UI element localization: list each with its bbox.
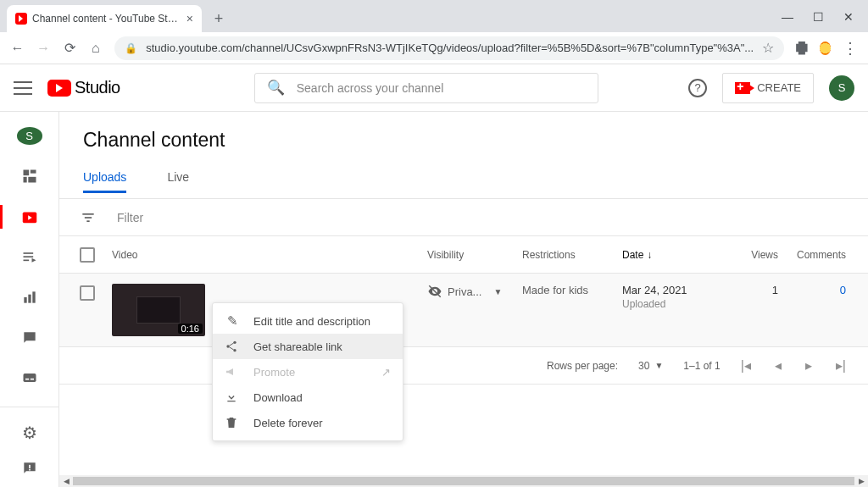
menu-share-link[interactable]: Get shareable link [213, 334, 403, 359]
rows-per-page-select[interactable]: 30 ▼ [638, 360, 663, 372]
sidebar-item-content[interactable] [0, 205, 59, 229]
gear-icon: ⚙ [22, 423, 37, 443]
last-page-icon[interactable]: ▸| [836, 357, 846, 374]
menu-download[interactable]: Download [213, 385, 403, 410]
row-views: 1 [717, 284, 778, 296]
svg-rect-0 [23, 170, 29, 176]
sidebar: S ⚙ [0, 112, 59, 487]
scroll-right-icon[interactable]: ▶ [854, 475, 868, 487]
account-avatar[interactable]: S [829, 75, 854, 101]
youtube-favicon [15, 13, 27, 25]
scroll-thumb[interactable] [73, 477, 854, 485]
sidebar-item-subtitles[interactable] [0, 366, 59, 390]
megaphone-icon [225, 365, 240, 379]
content-tabs: Uploads Live [59, 163, 868, 199]
sidebar-item-comments[interactable] [0, 326, 59, 350]
row-visibility[interactable]: Priva... ▼ [427, 284, 522, 299]
main: Channel content Uploads Live Filter Vide… [59, 112, 868, 487]
browser-tab-strip: Channel content - YouTube Studio × + — ☐… [0, 0, 868, 32]
new-tab-button[interactable]: + [207, 7, 231, 30]
feedback-icon [21, 460, 38, 477]
sidebar-item-playlists[interactable] [0, 246, 59, 269]
scroll-left-icon[interactable]: ◀ [59, 475, 73, 487]
header-views[interactable]: Views [717, 249, 778, 261]
help-icon[interactable]: ? [688, 79, 707, 97]
logo-text: Studio [75, 78, 120, 97]
browser-menu-icon[interactable]: ⋮ [843, 39, 858, 58]
row-checkbox[interactable] [80, 285, 95, 301]
maximize-icon[interactable]: ☐ [810, 10, 826, 24]
sidebar-item-dashboard[interactable] [0, 165, 59, 189]
horizontal-scrollbar[interactable]: ◀ ▶ [59, 475, 868, 487]
video-thumbnail[interactable]: 0:16 [112, 284, 205, 336]
prev-page-icon[interactable]: ◂ [775, 357, 782, 374]
youtube-play-icon [47, 80, 71, 97]
share-icon [225, 340, 240, 353]
rows-per-page-label: Rows per page: [547, 360, 618, 372]
home-icon[interactable]: ⌂ [88, 41, 103, 56]
bookmark-star-icon[interactable]: ☆ [762, 40, 774, 56]
page-title: Channel content [59, 112, 868, 163]
page-range: 1–1 of 1 [683, 360, 720, 372]
svg-point-24 [233, 349, 236, 351]
url-box[interactable]: 🔒 studio.youtube.com/channel/UCsvGxwpnFR… [114, 36, 784, 60]
header-restrictions[interactable]: Restrictions [522, 249, 622, 261]
pencil-icon: ✎ [225, 313, 240, 329]
header-visibility[interactable]: Visibility [427, 249, 522, 261]
analytics-icon [21, 289, 38, 306]
header-video[interactable]: Video [112, 249, 427, 261]
header-comments[interactable]: Comments [778, 249, 868, 261]
create-button[interactable]: CREATE [722, 73, 814, 103]
url-text: studio.youtube.com/channel/UCsvGxwpnFRsN… [146, 42, 754, 54]
svg-rect-19 [85, 217, 92, 219]
window-controls: — ☐ ✕ [780, 10, 868, 32]
content-icon [20, 208, 39, 226]
filter-label: Filter [117, 211, 143, 224]
search-box[interactable]: 🔍 [254, 73, 598, 103]
search-input[interactable] [297, 81, 586, 95]
browser-tab[interactable]: Channel content - YouTube Studio × [7, 5, 202, 32]
svg-rect-18 [82, 213, 93, 215]
create-camera-icon [735, 82, 750, 94]
row-restrictions: Made for kids [522, 284, 622, 296]
subtitles-icon [21, 369, 38, 386]
back-icon[interactable]: ← [10, 41, 25, 56]
row-comments[interactable]: 0 [778, 284, 868, 296]
extensions-icon[interactable] [796, 42, 807, 55]
close-window-icon[interactable]: ✕ [841, 10, 856, 24]
hamburger-icon[interactable] [14, 81, 32, 95]
comments-icon [21, 329, 38, 346]
filter-icon [80, 209, 97, 226]
trash-icon [225, 416, 240, 429]
svg-rect-14 [25, 379, 29, 380]
first-page-icon[interactable]: |◂ [741, 357, 751, 374]
menu-delete[interactable]: Delete forever [213, 410, 403, 435]
studio-header: Studio 🔍 ? CREATE S [0, 64, 868, 112]
sidebar-item-settings[interactable]: ⚙ [0, 423, 59, 443]
table-row[interactable]: 0:16 Priva... ▼ Made for kids Mar 24, 20… [59, 274, 868, 347]
header-date[interactable]: Date ↓ [622, 249, 717, 261]
select-all-checkbox[interactable] [80, 247, 95, 263]
menu-promote: Promote ↗ [213, 359, 403, 385]
close-tab-icon[interactable]: × [186, 12, 193, 25]
studio-logo[interactable]: Studio [47, 78, 120, 97]
table-header: Video Visibility Restrictions Date ↓ Vie… [59, 236, 868, 274]
next-page-icon[interactable]: ▸ [805, 357, 812, 374]
tab-uploads[interactable]: Uploads [83, 163, 126, 193]
svg-rect-11 [28, 295, 31, 303]
extension-yellow-icon[interactable] [820, 42, 831, 55]
minimize-icon[interactable]: — [780, 10, 795, 24]
tab-live[interactable]: Live [167, 163, 189, 191]
svg-rect-10 [24, 297, 26, 303]
channel-avatar[interactable]: S [17, 127, 42, 145]
download-icon [225, 390, 240, 404]
chevron-down-icon: ▼ [654, 361, 663, 370]
filter-row[interactable]: Filter [59, 199, 868, 236]
reload-icon[interactable]: ⟳ [63, 40, 77, 56]
menu-edit-title[interactable]: ✎ Edit title and description [213, 308, 403, 334]
svg-rect-13 [23, 374, 36, 382]
tab-title: Channel content - YouTube Studio [32, 13, 181, 25]
sidebar-item-analytics[interactable] [0, 285, 59, 309]
forward-icon[interactable]: → [36, 41, 51, 56]
sidebar-item-feedback[interactable] [0, 460, 59, 477]
